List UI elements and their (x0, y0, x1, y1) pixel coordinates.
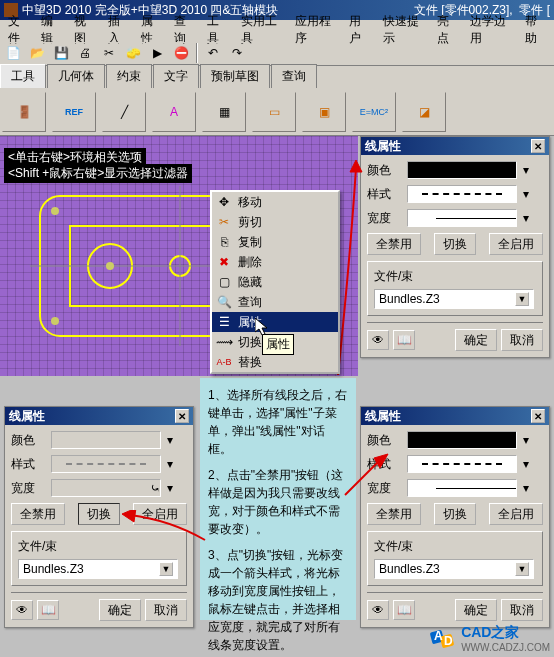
ok-button[interactable]: 确定 (455, 599, 497, 621)
open-icon[interactable]: 📂 (26, 42, 48, 64)
disable-all-button[interactable]: 全禁用 (367, 503, 421, 525)
chevron-down-icon[interactable]: ▼ (159, 562, 173, 576)
new-icon[interactable]: 📄 (2, 42, 24, 64)
panel-title[interactable]: 线属性✕ (361, 137, 549, 155)
big-toolbar: 🚪 REF ╱ A ▦ ▭ ▣ E=MC² ◪ (0, 88, 554, 136)
menu-user[interactable]: 用户 (343, 11, 376, 49)
dropdown-icon[interactable]: ▾ (523, 433, 529, 447)
eye-icon[interactable]: 👁 (367, 600, 389, 620)
stop-icon[interactable]: ⛔ (170, 42, 192, 64)
wand-icon: ⟿ (216, 334, 232, 350)
cancel-button[interactable]: 取消 (501, 599, 543, 621)
bundle-combo[interactable]: Bundles.Z3▼ (374, 559, 534, 579)
line-props-panel-3: 线属性✕ 颜色▾ 样式▾ 宽度▾ 全禁用切换全启用 文件/束 Bundles.Z… (360, 406, 550, 628)
color-swatch-disabled[interactable] (51, 431, 161, 449)
formula-icon[interactable]: E=MC² (352, 92, 396, 132)
erase-icon[interactable]: 🧽 (122, 42, 144, 64)
style-label: 样式 (367, 186, 401, 203)
run-icon[interactable]: ▶ (146, 42, 168, 64)
book-icon[interactable]: 📖 (37, 600, 59, 620)
tab-geometry[interactable]: 几何体 (47, 64, 105, 88)
chevron-down-icon[interactable]: ▼ (515, 562, 529, 576)
menu-hl[interactable]: 亮点 (431, 11, 464, 49)
menu-app[interactable]: 应用程序 (289, 11, 343, 49)
enable-all-button[interactable]: 全启用 (489, 233, 543, 255)
ctx-hide[interactable]: ▢隐藏 (212, 272, 338, 292)
screen-icon: ▢ (216, 274, 232, 290)
width-select[interactable]: ⤿ (51, 479, 161, 497)
shape-icon[interactable]: ◪ (402, 92, 446, 132)
annot-step-2: 2、点击"全禁用"按钮（这样做是因为我只需要改线宽，对于颜色和样式不需要改变）。 (208, 466, 348, 538)
close-icon[interactable]: ✕ (531, 139, 545, 153)
menu-help[interactable]: 帮助 (519, 11, 552, 49)
dropdown-icon[interactable]: ▾ (167, 457, 173, 471)
dropdown-icon[interactable]: ▾ (167, 481, 173, 495)
ctx-replace[interactable]: A-B替换 (212, 352, 338, 372)
ctx-copy[interactable]: ⎘复制 (212, 232, 338, 252)
ctx-delete[interactable]: ✖删除 (212, 252, 338, 272)
style-select[interactable] (407, 455, 517, 473)
disable-all-button[interactable]: 全禁用 (367, 233, 421, 255)
ok-button[interactable]: 确定 (99, 599, 141, 621)
tab-text[interactable]: 文字 (153, 64, 199, 88)
menu-bar: 文件 编辑 视图 插入 属性 查询 工具 实用工具 应用程序 用户 快速提示 亮… (0, 20, 554, 40)
close-icon[interactable]: ✕ (175, 409, 189, 423)
color-label: 颜色 (367, 162, 401, 179)
panel-title[interactable]: 线属性✕ (5, 407, 193, 425)
dropdown-icon[interactable]: ▾ (523, 163, 529, 177)
tab-constraint[interactable]: 约束 (106, 64, 152, 88)
exit-icon[interactable]: 🚪 (2, 92, 46, 132)
save-icon[interactable]: 💾 (50, 42, 72, 64)
ctx-query[interactable]: 🔍查询 (212, 292, 338, 312)
color-swatch[interactable] (407, 431, 517, 449)
color-swatch[interactable] (407, 161, 517, 179)
select-icon[interactable]: ▦ (202, 92, 246, 132)
book-icon[interactable]: 📖 (393, 600, 415, 620)
text-tool-icon[interactable]: A (152, 92, 196, 132)
ctx-properties[interactable]: ☰属性 (212, 312, 338, 332)
brand-text: CAD之家 (461, 624, 550, 642)
bundle-combo[interactable]: Bundles.Z3▼ (374, 289, 534, 309)
eye-icon[interactable]: 👁 (11, 600, 33, 620)
cancel-button[interactable]: 取消 (501, 329, 543, 351)
tab-sketch[interactable]: 预制草图 (200, 64, 270, 88)
panel-title[interactable]: 线属性✕ (361, 407, 549, 425)
ctx-move[interactable]: ✥移动 (212, 192, 338, 212)
dropdown-icon[interactable]: ▾ (523, 457, 529, 471)
dropdown-icon[interactable]: ▾ (523, 187, 529, 201)
style-select-disabled[interactable] (51, 455, 161, 473)
bundle-combo[interactable]: Bundles.Z3▼ (18, 559, 178, 579)
redo-icon[interactable]: ↷ (226, 42, 248, 64)
box-tool-icon[interactable]: ▭ (252, 92, 296, 132)
undo-icon[interactable]: ↶ (202, 42, 224, 64)
book-icon[interactable]: 📖 (393, 330, 415, 350)
chevron-down-icon[interactable]: ▼ (515, 292, 529, 306)
ref-icon[interactable]: REF (52, 92, 96, 132)
dropdown-icon[interactable]: ▾ (523, 211, 529, 225)
style-select[interactable] (407, 185, 517, 203)
svg-text:D: D (444, 634, 453, 648)
cancel-button[interactable]: 取消 (145, 599, 187, 621)
disable-all-button[interactable]: 全禁用 (11, 503, 65, 525)
multibox-icon[interactable]: ▣ (302, 92, 346, 132)
enable-all-button[interactable]: 全启用 (489, 503, 543, 525)
width-select[interactable] (407, 209, 517, 227)
line-tool-icon[interactable]: ╱ (102, 92, 146, 132)
tab-query[interactable]: 查询 (271, 64, 317, 88)
ctx-cut[interactable]: ✂剪切 (212, 212, 338, 232)
close-icon[interactable]: ✕ (531, 409, 545, 423)
annot-step-1: 1、选择所有线段之后，右键单击，选择"属性"子菜单，弹出"线属性"对话框。 (208, 386, 348, 458)
width-select[interactable] (407, 479, 517, 497)
menu-learn[interactable]: 边学边用 (464, 11, 518, 49)
toggle-button[interactable]: 切换 (78, 503, 120, 525)
tab-tools[interactable]: 工具 (0, 64, 46, 88)
toggle-button[interactable]: 切换 (434, 233, 476, 255)
dropdown-icon[interactable]: ▾ (167, 433, 173, 447)
cut-icon[interactable]: ✂ (98, 42, 120, 64)
dropdown-icon[interactable]: ▾ (523, 481, 529, 495)
eye-icon[interactable]: 👁 (367, 330, 389, 350)
print-icon[interactable]: 🖨 (74, 42, 96, 64)
ok-button[interactable]: 确定 (455, 329, 497, 351)
menu-tip[interactable]: 快速提示 (377, 11, 431, 49)
toggle-button[interactable]: 切换 (434, 503, 476, 525)
